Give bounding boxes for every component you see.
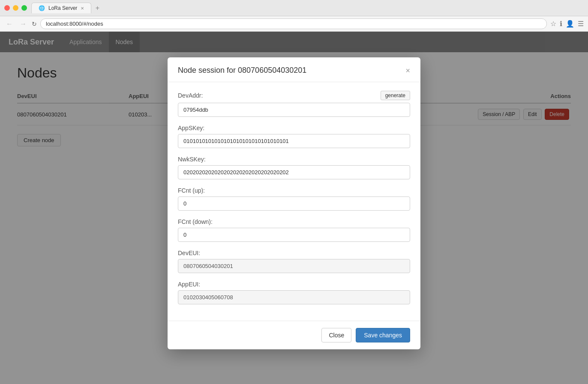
modal-title: Node session for 0807060504030201	[178, 66, 306, 75]
form-group-devaddr: DevAddr: generate	[178, 91, 410, 117]
appskey-label-row: AppSKey:	[178, 125, 410, 131]
devaddr-input[interactable]	[178, 103, 410, 117]
fcnt-up-label: FCnt (up):	[178, 187, 205, 194]
modal: Node session for 0807060504030201 × DevA…	[168, 57, 420, 349]
form-group-deveui: DevEUI:	[178, 250, 410, 273]
fcnt-down-input[interactable]	[178, 228, 410, 242]
forward-btn[interactable]: →	[18, 19, 28, 29]
browser-icons: ☆ ℹ 👤 ☰	[550, 20, 584, 28]
profile-icon: 👤	[566, 20, 574, 28]
new-tab-btn[interactable]: +	[91, 2, 103, 14]
modal-body: DevAddr: generate AppSKey: NwkSKey:	[168, 82, 420, 321]
devaddr-label: DevAddr:	[178, 92, 203, 99]
back-btn[interactable]: ←	[4, 19, 15, 29]
appeui-label-row: AppEUI:	[178, 281, 410, 288]
fcnt-up-label-row: FCnt (up):	[178, 187, 410, 194]
window-close-btn[interactable]	[4, 5, 10, 11]
form-group-fcnt-down: FCnt (down):	[178, 218, 410, 242]
save-changes-btn[interactable]: Save changes	[356, 328, 410, 342]
modal-footer: Close Save changes	[168, 321, 420, 349]
modal-overlay: Node session for 0807060504030201 × DevA…	[0, 32, 588, 384]
nwkskey-input[interactable]	[178, 165, 410, 179]
tab-bar: 🌐 LoRa Server ✕ +	[31, 2, 103, 14]
deveui-label-row: DevEUI:	[178, 250, 410, 256]
deveui-input	[178, 259, 410, 273]
bookmark-icon: ☆	[550, 20, 556, 28]
nwkskey-label-row: NwkSKey:	[178, 156, 410, 163]
tab-close-btn[interactable]: ✕	[81, 6, 84, 11]
nwkskey-label: NwkSKey:	[178, 156, 206, 163]
window-maximize-btn[interactable]	[21, 5, 27, 11]
appeui-label: AppEUI:	[178, 281, 200, 288]
info-icon: ℹ	[560, 20, 562, 28]
form-group-nwkskey: NwkSKey:	[178, 156, 410, 179]
refresh-btn[interactable]: ↻	[32, 21, 37, 27]
form-group-appeui: AppEUI:	[178, 281, 410, 304]
browser-tab[interactable]: 🌐 LoRa Server ✕	[31, 3, 91, 13]
menu-icon: ☰	[578, 20, 584, 28]
appskey-input[interactable]	[178, 134, 410, 148]
titlebar: 🌐 LoRa Server ✕ +	[0, 0, 588, 16]
appskey-label: AppSKey:	[178, 125, 204, 131]
fcnt-up-input[interactable]	[178, 196, 410, 211]
fcnt-down-label: FCnt (down):	[178, 218, 213, 225]
form-group-appskey: AppSKey:	[178, 125, 410, 148]
tab-title: LoRa Server	[48, 5, 77, 11]
fcnt-down-label-row: FCnt (down):	[178, 218, 410, 225]
appeui-input	[178, 290, 410, 304]
url-input[interactable]	[40, 18, 547, 29]
window-controls	[4, 5, 27, 11]
window-minimize-btn[interactable]	[13, 5, 18, 11]
modal-close-btn[interactable]: ×	[405, 67, 410, 74]
deveui-label: DevEUI:	[178, 250, 200, 256]
close-btn[interactable]: Close	[321, 328, 351, 342]
modal-header: Node session for 0807060504030201 ×	[168, 57, 420, 82]
generate-btn[interactable]: generate	[381, 91, 410, 100]
devaddr-label-row: DevAddr: generate	[178, 91, 410, 100]
tab-favicon: 🌐	[39, 5, 45, 11]
addressbar: ← → ↻ ☆ ℹ 👤 ☰	[0, 16, 588, 32]
form-group-fcnt-up: FCnt (up):	[178, 187, 410, 211]
